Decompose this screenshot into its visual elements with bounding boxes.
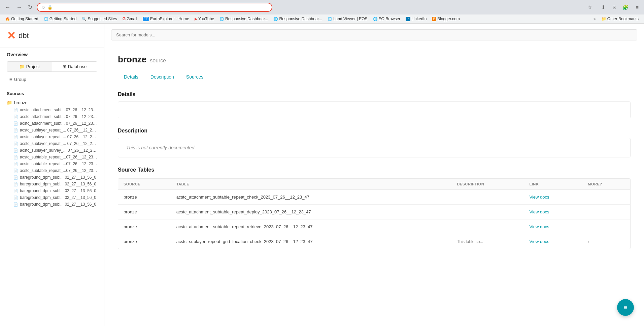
search-input[interactable]	[111, 29, 637, 40]
description-heading: Description	[118, 128, 631, 134]
cell-link[interactable]: View docs	[524, 219, 583, 234]
tree-file-item[interactable]: 📄bareground_dpm_subl... 02_27__13_56_0	[7, 174, 97, 181]
cell-description	[451, 190, 524, 205]
search-icon: 🔍	[82, 17, 87, 21]
tree-file-item[interactable]: 📄acstc_attachment_subt... 07_26__12_23_4	[7, 120, 97, 127]
page-subtitle: source	[150, 58, 166, 64]
tabs-nav: Details Description Sources	[118, 71, 631, 83]
source-tables: SOURCE TABLE DESCRIPTION LINK MORE? bron…	[118, 179, 630, 249]
tree-file-item[interactable]: 📄acstc_subtable_repeat_...07_26__12_23_4	[7, 167, 97, 174]
tree-file-item[interactable]: 📄acstc_sublayer_repeat_... 07_26__12_23_…	[7, 140, 97, 147]
tree-folder-bronze[interactable]: 📁 bronze	[7, 99, 97, 107]
back-button[interactable]: ←	[3, 4, 12, 11]
table-row: bronze acstc_sublayer_repeat_grid_locati…	[118, 234, 630, 249]
file-icon: 📄	[13, 169, 18, 173]
folder-tab-icon: 📁	[19, 64, 25, 69]
tree-file-item[interactable]: 📄bareground_dpm_subl... 02_27__13_56_0	[7, 187, 97, 194]
content-area: bronze source Details Description Source…	[104, 46, 644, 257]
dbt-x-icon: ✕	[7, 29, 16, 42]
bookmark-responsive-2[interactable]: 🌐 Responsive Dashboar...	[271, 16, 324, 22]
tab-database[interactable]: ⊞ Database	[52, 62, 97, 71]
download-button[interactable]: ⬇	[599, 3, 608, 11]
search-bar-area	[104, 24, 644, 46]
cell-more	[582, 205, 630, 219]
tab-sources-link[interactable]: Sources	[180, 71, 209, 83]
file-icon: 📄	[13, 202, 18, 207]
table-row: bronze acstc_attachment_subtable_repeat_…	[118, 205, 630, 219]
folder-closed-icon: 📁	[7, 100, 12, 105]
other-bookmarks[interactable]: 📁 Other Bookmarks	[599, 16, 641, 22]
file-icon: 📄	[13, 162, 18, 166]
tree-file-item[interactable]: 📄acstc_subtable_repeat_...07_26__12_23_4	[7, 160, 97, 167]
sidebar-nav: Overview 📁 Project ⊞ Database ≡ Group	[0, 48, 104, 88]
bookmark-linkedin[interactable]: in LinkedIn	[404, 16, 429, 22]
col-source: SOURCE	[118, 179, 171, 190]
tree-file-item[interactable]: 📄acstc_subtable_repeat_...07_26__12_23_4	[7, 154, 97, 160]
tree-file-item[interactable]: 📄acstc_sublayer_repeat_... 07_26__12_23_…	[7, 134, 97, 140]
table-header: SOURCE TABLE DESCRIPTION LINK MORE?	[118, 179, 630, 190]
bookmark-getting-started-1[interactable]: 🔥 Getting Started	[3, 16, 40, 22]
sidebar: ✕ dbt Overview 📁 Project ⊞ Database ≡ Gr…	[0, 24, 104, 326]
tree-file-item[interactable]: 📄bareground_dpm_subl... 02_27__13_56_0	[7, 181, 97, 187]
file-icon: 📄	[13, 108, 18, 112]
bookmark-gmail[interactable]: G Gmail	[121, 16, 139, 22]
cell-link[interactable]: View docs	[524, 190, 583, 205]
tab-description-link[interactable]: Description	[144, 71, 180, 83]
file-icon: 📄	[13, 121, 18, 126]
address-bar[interactable]: 🛡 🔒 https://dbt-dev.naturalstate.tech/#!…	[37, 3, 272, 12]
bookmark-responsive-1[interactable]: 🌐 Responsive Dashboar...	[217, 16, 270, 22]
account-button[interactable]: S	[610, 3, 618, 11]
menu-button[interactable]: ≡	[634, 3, 641, 11]
file-icon: 📄	[13, 175, 18, 180]
cell-link[interactable]: View docs	[524, 205, 583, 219]
extensions-button[interactable]: 🧩	[620, 3, 631, 11]
view-docs-link[interactable]: View docs	[530, 239, 549, 244]
bookmark-earthexplorer[interactable]: EE EarthExplorer - Home	[141, 16, 191, 22]
browser-titlebar: ← → ↻ 🛡 🔒 https://dbt-dev.naturalstate.t…	[0, 0, 644, 14]
table-wrapper: SOURCE TABLE DESCRIPTION LINK MORE? bron…	[118, 178, 631, 249]
col-more: MORE?	[582, 179, 630, 190]
cell-table: acstc_attachment_subtable_repeat_retriev…	[171, 219, 452, 234]
col-description: DESCRIPTION	[451, 179, 524, 190]
view-docs-link[interactable]: View docs	[530, 224, 549, 229]
file-icon: 📄	[13, 196, 18, 200]
cell-more	[582, 190, 630, 205]
view-docs-link[interactable]: View docs	[530, 209, 549, 214]
address-input[interactable]: https://dbt-dev.naturalstate.tech/#!/sou…	[55, 5, 268, 10]
tree-file-item[interactable]: 📄acstc_sublayer_survey_... 07_26__12_23_…	[7, 147, 97, 154]
bookmark-eobrowser[interactable]: 🌐 EO Browser	[371, 16, 403, 22]
cell-link[interactable]: View docs	[524, 234, 583, 249]
details-box	[118, 101, 631, 118]
cell-more: ›	[582, 234, 630, 249]
tree-file-item[interactable]: 📄bareground_dpm_subl... 02_27__13_56_0	[7, 194, 97, 201]
globe-icon-5: 🌐	[373, 17, 378, 21]
cell-source: bronze	[118, 234, 171, 249]
bookmark-getting-started-2[interactable]: 🌐 Getting Started	[42, 16, 79, 22]
tab-project[interactable]: 📁 Project	[7, 62, 52, 71]
tree-file-item[interactable]: 📄acstc_sublayer_repeat_... 07_26__12_23_…	[7, 127, 97, 134]
more-bookmarks-button[interactable]: »	[591, 16, 598, 22]
refresh-button[interactable]: ↻	[26, 3, 34, 11]
bookmark-suggested-sites[interactable]: 🔍 Suggested Sites	[80, 16, 119, 22]
bookmark-landviewer[interactable]: 🌐 Land Viewer | EOS	[326, 16, 370, 22]
forward-button[interactable]: →	[15, 4, 24, 11]
cell-description	[451, 219, 524, 234]
bookmark-blogger[interactable]: B Blogger.com	[430, 16, 462, 22]
file-icon: 📄	[13, 148, 18, 153]
tab-row: 📁 Project ⊞ Database	[7, 61, 97, 72]
overview-label: Overview	[7, 52, 97, 57]
description-text: This is not currently documented	[126, 145, 194, 150]
ee-icon: EE	[143, 17, 149, 21]
col-table: TABLE	[171, 179, 452, 190]
tree-file-item[interactable]: 📄acstc_attachment_subt... 07_26__12_23_4	[7, 113, 97, 120]
fab-button[interactable]: ≡	[617, 299, 634, 316]
view-docs-link[interactable]: View docs	[530, 195, 549, 200]
group-row[interactable]: ≡ Group	[7, 75, 97, 84]
main-content: bronze source Details Description Source…	[104, 24, 644, 326]
bookmark-star-button[interactable]: ☆	[586, 3, 594, 11]
bookmark-youtube[interactable]: ▶ YouTube	[193, 16, 216, 22]
youtube-icon: ▶	[195, 17, 197, 21]
tree-file-item[interactable]: 📄bareground_dpm_subl... 02_27__13_56_0	[7, 201, 97, 208]
tab-details-link[interactable]: Details	[118, 71, 144, 83]
tree-file-item[interactable]: 📄acstc_attachment_subt... 07_26__12_23_4	[7, 107, 97, 113]
